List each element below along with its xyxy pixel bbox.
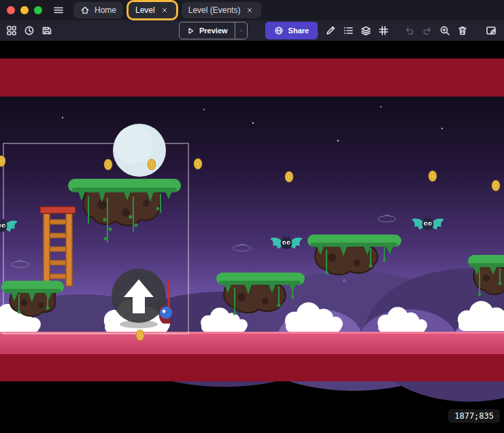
coin[interactable] — [286, 172, 293, 182]
tab-home[interactable]: Home — [73, 2, 123, 18]
scene-editor-canvas[interactable]: 1877;835 — [0, 41, 504, 433]
close-window-button[interactable] — [7, 6, 15, 14]
scene-svg — [0, 41, 504, 433]
moon[interactable] — [113, 124, 166, 177]
coin[interactable] — [137, 330, 144, 341]
close-tab-icon[interactable] — [245, 5, 254, 15]
layers-icon[interactable] — [358, 22, 373, 39]
coin[interactable] — [148, 160, 156, 170]
coin[interactable] — [429, 171, 437, 181]
window-controls — [0, 6, 49, 14]
editor-panel-icon[interactable] — [484, 22, 499, 39]
play-icon — [186, 27, 195, 35]
editor-toolbar: Preview Share — [0, 20, 504, 41]
history-icon[interactable] — [22, 22, 37, 39]
properties-list-icon[interactable] — [341, 22, 356, 39]
tab-bar: Home Level Level (Events) — [73, 0, 261, 20]
cursor-coordinates: 1877;835 — [448, 409, 500, 423]
tab-level-events[interactable]: Level (Events) — [182, 2, 262, 18]
preview-label: Preview — [199, 27, 228, 35]
tab-label: Level — [135, 5, 155, 15]
zoom-in-icon[interactable] — [437, 22, 452, 39]
close-tab-icon[interactable] — [160, 5, 169, 15]
panels-layout-icon[interactable] — [4, 22, 19, 39]
globe-icon — [274, 26, 284, 35]
app-window: Home Level Level (Events) — [0, 0, 504, 433]
coin[interactable] — [105, 160, 112, 170]
undo-icon[interactable] — [402, 22, 417, 39]
toolbar-left-group — [0, 22, 54, 39]
toolbar-right-group — [288, 22, 504, 39]
edit-pencil-icon[interactable] — [323, 22, 338, 39]
bottom-red-band — [0, 354, 504, 381]
main-menu-icon[interactable] — [49, 2, 68, 18]
pink-ground-strip — [0, 332, 504, 354]
zoom-window-button[interactable] — [34, 6, 42, 14]
preview-button[interactable]: Preview — [180, 22, 235, 39]
titlebar: Home Level Level (Events) — [0, 0, 504, 20]
preview-dropdown-button[interactable] — [235, 22, 247, 39]
top-red-band — [0, 58, 504, 97]
coin[interactable] — [0, 156, 5, 167]
grid-icon[interactable] — [376, 22, 391, 39]
home-icon — [80, 5, 90, 15]
tab-label: Level (Events) — [188, 5, 241, 15]
redo-icon[interactable] — [420, 22, 435, 39]
coin[interactable] — [195, 159, 202, 169]
preview-split-button: Preview — [179, 22, 248, 39]
share-label: Share — [288, 27, 309, 35]
coin[interactable] — [492, 181, 500, 191]
tab-level[interactable]: Level — [129, 2, 176, 18]
toolbar-center-group: Preview Share — [179, 20, 318, 41]
minimize-window-button[interactable] — [20, 6, 29, 14]
trash-icon[interactable] — [455, 22, 470, 39]
share-button[interactable]: Share — [265, 22, 318, 39]
save-icon[interactable] — [39, 22, 54, 39]
tab-label: Home — [95, 5, 116, 15]
